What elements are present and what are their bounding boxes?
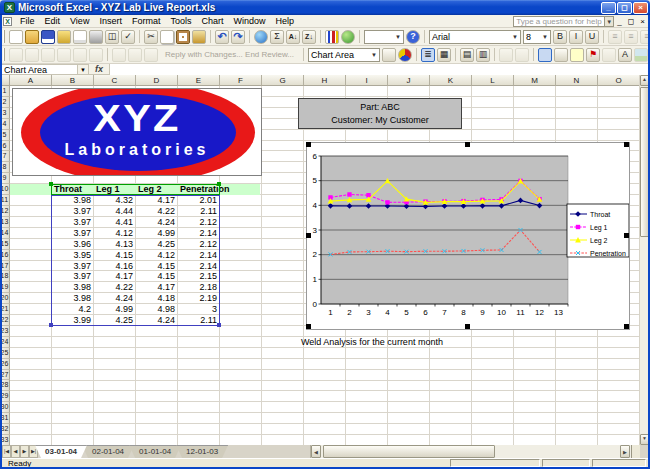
column-header-N[interactable]: N — [556, 75, 598, 86]
name-box[interactable]: Chart Area — [0, 64, 78, 75]
menu-file[interactable]: File — [15, 15, 40, 27]
menu-format[interactable]: Format — [127, 15, 166, 27]
chart-svg[interactable]: 012345612345678910111213ThroatLeg 1Leg 2… — [307, 143, 629, 329]
column-header-D[interactable]: D — [136, 75, 178, 86]
table-cell[interactable]: 4.99 — [94, 304, 133, 315]
table-cell[interactable]: 4.25 — [94, 315, 133, 326]
cut-icon[interactable]: ✂ — [144, 30, 158, 44]
table-cell[interactable]: 3.97 — [52, 206, 91, 217]
chart-selection-handle[interactable] — [306, 142, 311, 147]
table-cell[interactable]: 4.22 — [94, 282, 133, 293]
text-a-icon[interactable]: A — [618, 48, 632, 62]
sheet-tab-12-01-03[interactable]: 12-01-03 — [176, 445, 228, 458]
table-cell[interactable]: 4.12 — [136, 250, 175, 261]
table-cell[interactable]: 2.18 — [178, 282, 217, 293]
paste-icon[interactable] — [176, 30, 190, 44]
range-handle[interactable] — [49, 323, 53, 327]
undo-icon[interactable]: ↶ — [215, 30, 229, 44]
sheet-tab-03-01-04[interactable]: 03-01-04 — [35, 445, 87, 458]
chart-selection-handle[interactable] — [306, 233, 311, 238]
chart-objects-combobox[interactable]: Chart Area ▼ — [308, 48, 380, 62]
column-header-M[interactable]: M — [514, 75, 556, 86]
table-cell[interactable]: 2.12 — [178, 217, 217, 228]
menu-help[interactable]: Help — [270, 15, 299, 27]
table-cell[interactable]: 4.12 — [94, 228, 133, 239]
table-cell[interactable]: 2.11 — [178, 206, 217, 217]
chart-object-dropdown-icon[interactable]: ▼ — [368, 52, 377, 58]
table-cell[interactable]: 3.95 — [52, 250, 91, 261]
underline-icon[interactable]: U — [585, 30, 599, 44]
table-cell[interactable]: 2.19 — [178, 293, 217, 304]
column-header-C[interactable]: C — [94, 75, 136, 86]
table-cell[interactable]: 4.41 — [94, 217, 133, 228]
range-handle[interactable] — [217, 182, 221, 186]
table-cell[interactable]: 4.17 — [136, 282, 175, 293]
chart-selection-handle[interactable] — [624, 142, 629, 147]
table-cell[interactable]: 2.15 — [178, 271, 217, 282]
column-header-F[interactable]: F — [220, 75, 262, 86]
table-cell[interactable]: 4.99 — [136, 228, 175, 239]
hyperlink-icon[interactable] — [254, 30, 268, 44]
new-icon[interactable] — [9, 30, 23, 44]
column-header-H[interactable]: H — [304, 75, 346, 86]
help-icon[interactable]: ? — [406, 30, 420, 44]
table-cell[interactable]: 3.96 — [52, 239, 91, 250]
table-cell[interactable]: 2.14 — [178, 261, 217, 272]
zoom-combobox[interactable]: ▼ — [364, 30, 404, 44]
table-cell[interactable]: 4.24 — [136, 217, 175, 228]
flag-icon[interactable]: ⚑ — [586, 48, 600, 62]
chart-selection-handle[interactable] — [465, 142, 470, 147]
chart-selection-handle[interactable] — [465, 324, 470, 329]
chart-selection-handle[interactable] — [624, 233, 629, 238]
chart-selection-handle[interactable] — [624, 324, 629, 329]
format-chart-area-icon[interactable] — [382, 48, 396, 62]
part-info-box[interactable]: Part: ABC Customer: My Customer — [298, 98, 462, 129]
table-cell[interactable]: 2.01 — [178, 195, 217, 206]
by-row-icon[interactable]: ▤ — [460, 48, 474, 62]
table-cell[interactable]: 3 — [178, 304, 217, 315]
table-header-cell[interactable]: Leg 2 — [136, 184, 178, 195]
table-cell[interactable]: 4.15 — [136, 271, 175, 282]
column-header-A[interactable]: A — [10, 75, 52, 86]
spelling-icon[interactable]: ✓ — [121, 30, 135, 44]
vertical-scrollbar[interactable]: ▲ ▼ — [639, 75, 648, 445]
minimize-button[interactable]: _ — [601, 2, 616, 14]
question-help-input[interactable]: Type a question for help — [513, 16, 605, 27]
column-header-G[interactable]: G — [262, 75, 304, 86]
chart-object[interactable]: 012345612345678910111213ThroatLeg 1Leg 2… — [306, 142, 630, 330]
table-cell[interactable]: 3.98 — [52, 293, 91, 304]
font-name-dropdown-icon[interactable]: ▼ — [509, 34, 518, 40]
table-cell[interactable]: 4.32 — [94, 195, 133, 206]
font-size-combobox[interactable]: 8 ▼ — [523, 30, 551, 44]
table-cell[interactable]: 3.97 — [52, 261, 91, 272]
restore-button[interactable]: ◻ — [617, 2, 632, 14]
table-cell[interactable]: 3.97 — [52, 228, 91, 239]
table-cell[interactable]: 2.12 — [178, 239, 217, 250]
menu-edit[interactable]: Edit — [40, 15, 66, 27]
toolbar-grip[interactable] — [3, 48, 5, 61]
table-cell[interactable]: 2.14 — [178, 250, 217, 261]
sheet-grid[interactable]: XYZ Laboratories ThroatLeg 1Leg 2Penetra… — [10, 86, 640, 446]
data-table-icon[interactable]: ▦ — [437, 48, 451, 62]
copy-icon[interactable] — [160, 30, 174, 44]
comment-icon[interactable] — [570, 48, 584, 62]
table-cell[interactable]: 3.98 — [52, 282, 91, 293]
table-cell[interactable]: 2.11 — [178, 315, 217, 326]
column-header-I[interactable]: I — [346, 75, 388, 86]
table-header-cell[interactable]: Penetration — [178, 184, 220, 195]
chart-selection-handle[interactable] — [306, 324, 311, 329]
scroll-right-icon[interactable]: ▶ — [620, 445, 630, 458]
range-handle[interactable] — [49, 182, 53, 186]
legend-icon[interactable]: ≣ — [421, 48, 435, 62]
print-preview-icon[interactable]: ◫ — [105, 30, 119, 44]
bold-icon[interactable]: B — [553, 30, 567, 44]
table-cell[interactable]: 3.97 — [52, 217, 91, 228]
menu-tools[interactable]: Tools — [165, 15, 196, 27]
chart-wizard-icon[interactable] — [325, 30, 339, 44]
permission-icon[interactable] — [57, 30, 71, 44]
column-header-J[interactable]: J — [388, 75, 430, 86]
mail-icon[interactable] — [73, 30, 87, 44]
menu-view[interactable]: View — [65, 15, 94, 27]
table-cell[interactable]: 4.15 — [94, 250, 133, 261]
column-header-B[interactable]: B — [52, 75, 94, 86]
